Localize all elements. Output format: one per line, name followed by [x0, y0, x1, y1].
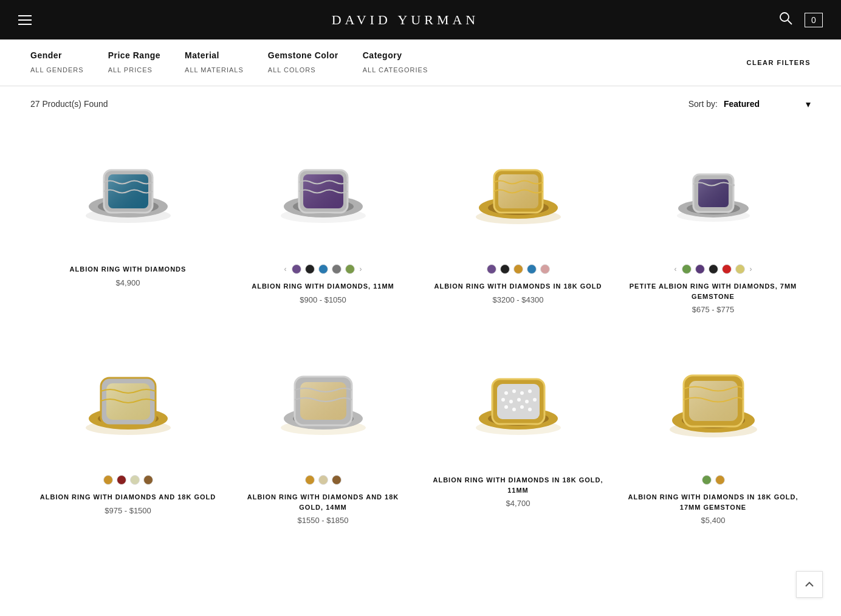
product-card[interactable]: ALBION RING WITH DIAMONDS $4,900: [30, 121, 225, 332]
swatch[interactable]: [332, 264, 342, 274]
product-image: [39, 344, 216, 466]
product-image: [430, 344, 606, 466]
filter-category[interactable]: Category ALL CATEGORIES: [363, 39, 453, 86]
color-swatches: [103, 475, 153, 485]
swatch[interactable]: [305, 264, 315, 274]
products-count: 27 Product(s) Found: [30, 99, 108, 109]
swatches-prev-button[interactable]: ‹: [283, 265, 288, 273]
svg-point-57: [533, 398, 537, 402]
svg-rect-48: [497, 384, 540, 419]
product-image: [235, 344, 411, 466]
filter-bar: Gender ALL GENDERS Price Range ALL PRICE…: [0, 39, 841, 86]
cart-count: 0: [811, 15, 816, 25]
filter-price-label: Price Range: [108, 50, 160, 60]
swatch[interactable]: [332, 475, 342, 485]
search-icon[interactable]: [779, 12, 792, 28]
product-card[interactable]: ALBION RING WITH DIAMONDS IN 18K GOLD, 1…: [616, 332, 811, 543]
product-price: $900 - $1050: [300, 295, 346, 304]
product-name: ALBION RING WITH DIAMONDS IN 18K GOLD: [434, 281, 602, 292]
svg-point-0: [780, 13, 789, 21]
swatch[interactable]: [722, 264, 732, 274]
product-image: [625, 134, 802, 255]
swatch[interactable]: [130, 475, 140, 485]
swatches-prev-button[interactable]: ‹: [673, 265, 678, 273]
product-image: [430, 134, 606, 255]
swatch[interactable]: [715, 475, 725, 485]
sort-select[interactable]: Featured Price: Low to High Price: High …: [724, 99, 811, 109]
product-name: ALBION RING WITH DIAMONDS: [70, 264, 187, 275]
svg-rect-35: [106, 383, 150, 420]
product-price: $975 - $1500: [105, 506, 151, 515]
color-swatches: ‹ ›: [673, 264, 753, 274]
sort-wrap: Sort by: Featured Price: Low to High Pri…: [688, 98, 811, 109]
swatch[interactable]: [709, 264, 718, 274]
swatch[interactable]: [345, 264, 355, 274]
swatch[interactable]: [117, 475, 126, 485]
product-card[interactable]: ALBION RING WITH DIAMONDS IN 18K GOLD $3…: [420, 121, 616, 332]
product-grid: ALBION RING WITH DIAMONDS $4,900: [0, 121, 841, 567]
swatch[interactable]: [318, 475, 328, 485]
svg-point-58: [504, 405, 508, 409]
product-price: $1550 - $1850: [298, 516, 349, 525]
swatch[interactable]: [695, 264, 705, 274]
product-card[interactable]: ALBION RING WITH DIAMONDS IN 18K GOLD, 1…: [420, 332, 616, 543]
swatch[interactable]: [527, 264, 537, 274]
swatch[interactable]: [487, 264, 496, 274]
swatch[interactable]: [318, 264, 328, 274]
filter-material-value: ALL MATERIALS: [185, 66, 244, 74]
cart-icon[interactable]: 0: [805, 13, 823, 27]
product-price: $4,700: [506, 499, 530, 508]
site-header: DAVID YURMAN 0: [0, 0, 841, 39]
product-card[interactable]: ‹ › ALBION RING WITH DIAMONDS, 11MM $900…: [225, 121, 420, 332]
filter-gemstone-value: ALL COLORS: [268, 66, 316, 74]
swatch[interactable]: [500, 264, 510, 274]
swatch[interactable]: [305, 475, 315, 485]
filter-category-label: Category: [363, 50, 428, 60]
product-card[interactable]: ALBION RING WITH DIAMONDS AND 18K GOLD $…: [30, 332, 225, 543]
filter-gender[interactable]: Gender ALL GENDERS: [30, 39, 108, 86]
filter-gender-value: ALL GENDERS: [30, 66, 84, 74]
filter-gemstone-label: Gemstone Color: [268, 50, 338, 60]
clear-filters-button[interactable]: CLEAR FILTERS: [747, 59, 811, 66]
filter-gemstone[interactable]: Gemstone Color ALL COLORS: [268, 39, 363, 86]
svg-point-61: [528, 408, 532, 411]
product-name: ALBION RING WITH DIAMONDS AND 18K GOLD: [40, 492, 216, 502]
sort-label: Sort by:: [688, 99, 718, 109]
svg-point-54: [509, 400, 513, 403]
product-name: ALBION RING WITH DIAMONDS IN 18K GOLD, 1…: [430, 475, 606, 495]
product-price: $3200 - $4300: [493, 295, 544, 304]
product-name: ALBION RING WITH DIAMONDS IN 18K GOLD, 1…: [625, 492, 802, 512]
product-price: $5,400: [701, 516, 726, 525]
color-swatches: [487, 264, 550, 274]
svg-point-50: [512, 389, 516, 393]
product-card[interactable]: ‹ › PETITE ALBION RING WITH DIAMONDS, 7M…: [616, 121, 811, 332]
product-name: ALBION RING WITH DIAMONDS, 11MM: [252, 281, 394, 292]
products-header: 27 Product(s) Found Sort by: Featured Pr…: [0, 86, 841, 121]
swatch[interactable]: [513, 264, 523, 274]
header-icons: 0: [779, 12, 823, 28]
product-price: $675 - $775: [692, 305, 734, 314]
swatch[interactable]: [292, 264, 301, 274]
filter-price[interactable]: Price Range ALL PRICES: [108, 39, 185, 86]
swatch[interactable]: [682, 264, 692, 274]
filter-material[interactable]: Material ALL MATERIALS: [185, 39, 268, 86]
svg-point-60: [520, 405, 524, 409]
swatch[interactable]: [143, 475, 153, 485]
svg-point-55: [517, 398, 521, 402]
product-card[interactable]: ALBION RING WITH DIAMONDS AND 18K GOLD, …: [225, 332, 420, 543]
color-swatches: [702, 475, 725, 485]
swatches-next-button[interactable]: ›: [749, 265, 753, 273]
swatch[interactable]: [103, 475, 113, 485]
product-price: $4,900: [116, 278, 140, 287]
menu-icon[interactable]: [18, 15, 32, 25]
site-logo: DAVID YURMAN: [332, 12, 479, 28]
svg-point-49: [504, 391, 508, 395]
color-swatches: [305, 475, 342, 485]
swatch[interactable]: [702, 475, 712, 485]
color-swatches: ‹ ›: [283, 264, 363, 274]
filter-material-label: Material: [185, 50, 244, 60]
swatch[interactable]: [540, 264, 550, 274]
product-name: PETITE ALBION RING WITH DIAMONDS, 7MM GE…: [625, 281, 802, 301]
swatches-next-button[interactable]: ›: [359, 265, 363, 273]
swatch[interactable]: [735, 264, 745, 274]
